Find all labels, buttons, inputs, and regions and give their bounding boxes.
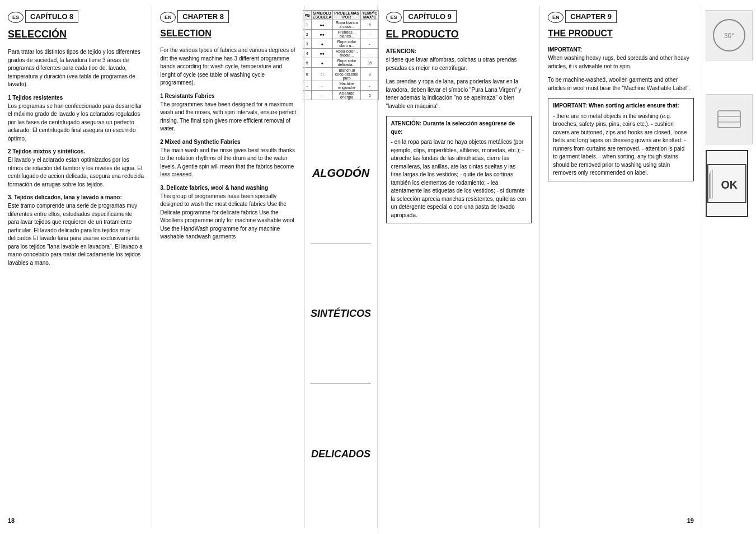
sub2-body-es: El lavado y el aclarado estan optimizado… [8,156,144,189]
svg-text:OK: OK [721,179,738,191]
attn-box-body-es: - en la ropa para lavar no haya objetos … [391,138,527,219]
delic-section: DELICADOS [311,384,371,524]
sub2-title-es: 2 Tejidos mixtos y sintéticos. [8,148,144,154]
ok-icon: OK [707,161,747,206]
section-heading-es: SELECCIÓN [8,29,144,40]
sub1-body-es: Los programas se han confeccionado para … [8,102,144,143]
wash-symbol-icon: 30° [712,18,746,52]
sub3-title-en: 3. Delicate fabrics, wool & hand washing [160,185,296,191]
col-en-ch9: EN CHAPTER 9 THE PRODUCT IMPORTANT: When… [540,6,702,528]
attn-body1-es: si tiene que lavar alfombras, colchas u … [386,56,532,72]
chapter-box-es-ch9: CAPÍTULO 9 [403,10,457,23]
intro-en: For the various types of fabrics and var… [160,46,296,87]
chapter-box-en: CHAPTER 8 [177,10,229,23]
imp-body1-en: When washing heavy rugs, bed spreads and… [548,54,694,71]
sub3-title-es: 3. Tejidos delicados, lana y lavado a ma… [8,194,144,200]
section-heading-en-ch9: THE PRODUCT [548,29,694,39]
lang-badge-en-ch9: EN [548,12,564,23]
attn-title-es: ATENCION: [386,48,532,54]
sint-section: SINTÉTICOS [311,244,371,384]
para2-en: To be machine-washed, woollen garments a… [548,76,694,92]
lang-badge-en-ch8: EN [160,12,176,23]
sub1-title-en: 1 Resistants Fabrics [160,93,296,99]
col-es-ch9: ES CAPÍTULO 9 EL PRODUCTO ATENCION: si t… [378,6,541,528]
sub3-body-es: Este tramo comprende una serie de progra… [8,202,144,267]
attn-box-title-es: ATENCIÓN: Durante la selección asegúrese… [391,120,527,136]
imp-title-en: IMPORTANT: [548,46,694,53]
svg-rect-2 [718,111,740,128]
sorting-icon [712,102,746,136]
sint-label: SINTÉTICOS [311,308,371,320]
imp-box-title-en: IMPORTANT: When sorting articles ensure … [553,102,689,110]
para2-es: Las prendas y ropa de lana, para poderla… [386,78,532,110]
ok-badge: OK [706,150,748,217]
section-heading-es-ch9: EL PRODUCTO [386,29,532,40]
algod-section: ALGODÓN [311,104,371,243]
sub1-body-en: The programmes have been designed for a … [160,101,296,133]
sub2-title-en: 2 Mixed and Synthetic Fabrics [160,139,296,145]
col-en-ch8: EN CHAPTER 8 SELECTION For the various t… [152,6,304,528]
sub1-title-es: 1 Tejidos resistentes [8,95,144,101]
page-number-18: 18 [8,517,15,524]
chapter-box-es: CAPÍTULO 8 [25,10,78,23]
imp-box-body-en: - there are no metal objects in the wash… [553,113,689,177]
section-heading-en: SELECTION [160,29,296,39]
sorting-image [706,94,753,144]
fabric-labels: ALGODÓN SINTÉTICOS DELICADOS [311,104,371,524]
sub2-body-en: The main wash and the rinse gives best r… [160,147,296,179]
programme-table: PG SIMBOLO ESCUELA PROBLEMAS POR TEMP°C … [303,10,379,100]
col-es-ch8: ES CAPÍTULO 8 SELECCIÓN Para tratar los … [0,6,152,528]
sub3-body-en: This group of programmes have been speci… [160,193,296,241]
wash-symbol-image: 30° [706,10,753,60]
lang-badge-es-ch9: ES [386,12,402,23]
svg-text:30°: 30° [724,32,734,40]
delic-label: DELICADOS [311,448,370,460]
algod-label: ALGODÓN [312,167,369,180]
intro-es: Para tratar los distintos tipos de tejid… [8,48,144,89]
col-center-ch8: PG SIMBOLO ESCUELA PROBLEMAS POR TEMP°C … [305,6,378,528]
col-images-ch9: 30° OK [702,6,756,528]
page-number-19: 19 [687,517,694,524]
lang-badge-es-ch8: ES [8,12,24,23]
important-box-en: IMPORTANT: When sorting articles ensure … [548,98,694,181]
attention-box-es: ATENCIÓN: Durante la selección asegúrese… [386,116,532,223]
chapter-box-en-ch9: CHAPTER 9 [565,10,617,23]
